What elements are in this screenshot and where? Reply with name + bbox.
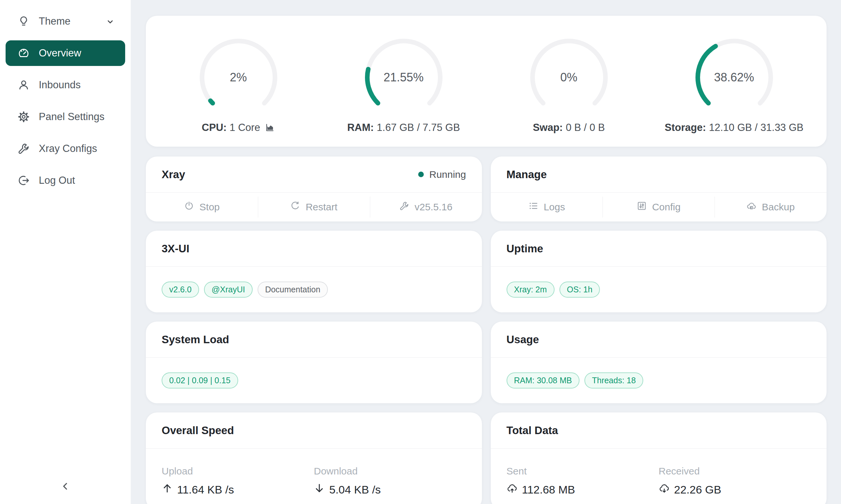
sidebar-item-theme[interactable]: Theme bbox=[5, 8, 125, 34]
download-stat: Download 5.04 KB /s bbox=[314, 466, 466, 497]
card-title: 3X-UI bbox=[161, 242, 189, 255]
ram-gauge: 21.55% RAM: 1.67 GB / 7.75 GB bbox=[321, 34, 486, 133]
cloud-upload-icon bbox=[507, 483, 518, 497]
xray-restart-button[interactable]: Restart bbox=[258, 193, 370, 221]
power-icon bbox=[184, 201, 194, 213]
user-icon bbox=[17, 79, 30, 91]
gear-icon bbox=[17, 111, 30, 123]
card-body: v2.6.0 @XrayUI Documentation bbox=[146, 267, 482, 312]
arrow-down-icon bbox=[314, 483, 325, 497]
stat-label: Download bbox=[314, 466, 466, 477]
area-chart-icon[interactable] bbox=[265, 122, 275, 132]
sent-stat: Sent 112.68 MB bbox=[507, 466, 659, 497]
sidebar-collapse-button[interactable] bbox=[0, 474, 131, 499]
card-actions: Logs Config Backup bbox=[491, 193, 827, 221]
xray-version-button[interactable]: v25.5.16 bbox=[370, 193, 482, 221]
sidebar-item-label: Overview bbox=[39, 47, 81, 59]
card-header: Total Data bbox=[491, 412, 827, 449]
gauge-label: RAM: 1.67 GB / 7.75 GB bbox=[347, 122, 460, 133]
cards-grid: Xray Running Stop Restart bbox=[146, 157, 826, 504]
manage-card: Manage Logs Config Backup bbox=[491, 157, 827, 221]
gauge-label: CPU: 1 Core bbox=[202, 122, 275, 133]
version-tag[interactable]: v2.6.0 bbox=[161, 282, 199, 298]
reload-icon bbox=[290, 201, 300, 213]
arrow-up-icon bbox=[161, 483, 173, 497]
list-icon bbox=[528, 201, 538, 213]
received-stat: Received 22.26 GB bbox=[659, 466, 811, 497]
xray-stop-button[interactable]: Stop bbox=[146, 193, 258, 221]
load-average-tag: 0.02 | 0.09 | 0.15 bbox=[161, 373, 238, 389]
cloud-server-icon bbox=[746, 201, 757, 213]
gauge-label: Swap: 0 B / 0 B bbox=[533, 122, 605, 133]
system-load-card: System Load 0.02 | 0.09 | 0.15 bbox=[146, 322, 482, 403]
ram-usage-tag: RAM: 30.08 MB bbox=[507, 373, 580, 389]
sidebar-item-panel-settings[interactable]: Panel Settings bbox=[5, 104, 125, 130]
overall-speed-card: Overall Speed Upload 11.64 KB /s Downloa… bbox=[146, 412, 482, 504]
sidebar-item-inbounds[interactable]: Inbounds bbox=[5, 72, 125, 98]
sidebar-menu: Theme Overview Inbounds bbox=[0, 8, 131, 474]
stat-label: Received bbox=[659, 466, 811, 477]
telegram-tag[interactable]: @XrayUI bbox=[204, 282, 253, 298]
gauge-percent: 38.62% bbox=[691, 34, 777, 121]
stat-value: 112.68 MB bbox=[507, 483, 659, 497]
threads-tag: Threads: 18 bbox=[584, 373, 643, 389]
chevron-down-icon bbox=[106, 17, 115, 26]
storage-gauge: 38.62% Storage: 12.10 GB / 31.33 GB bbox=[651, 34, 817, 133]
sidebar: Theme Overview Inbounds bbox=[0, 0, 131, 504]
status-text: Running bbox=[429, 169, 466, 180]
dashboard-icon bbox=[17, 47, 30, 59]
sidebar-item-label: Inbounds bbox=[39, 79, 81, 91]
gauge: 2% bbox=[195, 34, 281, 121]
card-actions: Stop Restart v25.5.16 bbox=[146, 193, 482, 221]
card-header: Xray Running bbox=[146, 157, 482, 193]
uptime-card: Uptime Xray: 2m OS: 1h bbox=[491, 231, 827, 312]
xray-card: Xray Running Stop Restart bbox=[146, 157, 482, 221]
manage-config-button[interactable]: Config bbox=[602, 193, 715, 221]
stat-value: 22.26 GB bbox=[659, 483, 811, 497]
card-header: Usage bbox=[491, 322, 827, 358]
card-title: Total Data bbox=[507, 424, 558, 437]
stat-value: 11.64 KB /s bbox=[161, 483, 314, 497]
manage-logs-button[interactable]: Logs bbox=[491, 193, 603, 221]
gauge-percent: 0% bbox=[526, 34, 612, 121]
bulb-icon bbox=[17, 15, 30, 28]
card-header: Uptime bbox=[491, 231, 827, 267]
cloud-download-icon bbox=[659, 483, 670, 497]
main-content: 2% CPU: 1 Core 21.55% bbox=[131, 0, 841, 504]
card-header: Overall Speed bbox=[146, 412, 482, 449]
card-body: RAM: 30.08 MB Threads: 18 bbox=[491, 358, 827, 403]
upload-stat: Upload 11.64 KB /s bbox=[161, 466, 314, 497]
control-icon bbox=[637, 201, 647, 213]
xray-uptime-tag: Xray: 2m bbox=[507, 282, 554, 298]
sidebar-item-label: Log Out bbox=[39, 175, 75, 186]
status-dot-icon bbox=[418, 172, 424, 177]
documentation-tag[interactable]: Documentation bbox=[258, 282, 328, 298]
card-body: Upload 11.64 KB /s Download 5.04 KB /s bbox=[146, 449, 482, 504]
sidebar-item-xray-configs[interactable]: Xray Configs bbox=[5, 136, 125, 161]
system-stats-card: 2% CPU: 1 Core 21.55% bbox=[146, 16, 826, 147]
gauge-label: Storage: 12.10 GB / 31.33 GB bbox=[665, 122, 804, 133]
card-header: Manage bbox=[491, 157, 827, 193]
logout-icon bbox=[17, 174, 30, 187]
card-title: Uptime bbox=[507, 242, 543, 255]
chevron-left-icon bbox=[60, 481, 71, 493]
cpu-gauge: 2% CPU: 1 Core bbox=[156, 34, 321, 133]
card-header: System Load bbox=[146, 322, 482, 358]
gauge: 21.55% bbox=[361, 34, 447, 121]
swap-gauge: 0% Swap: 0 B / 0 B bbox=[486, 34, 651, 133]
sidebar-item-log-out[interactable]: Log Out bbox=[5, 168, 125, 193]
manage-backup-button[interactable]: Backup bbox=[715, 193, 826, 221]
card-title: System Load bbox=[161, 334, 229, 346]
card-title: Xray bbox=[161, 168, 185, 181]
card-body: 0.02 | 0.09 | 0.15 bbox=[146, 358, 482, 403]
gauge: 0% bbox=[526, 34, 612, 121]
wrench-icon bbox=[399, 201, 409, 213]
sidebar-item-overview[interactable]: Overview bbox=[5, 40, 125, 66]
card-title: Usage bbox=[507, 334, 539, 346]
os-uptime-tag: OS: 1h bbox=[560, 282, 600, 298]
card-header: 3X-UI bbox=[146, 231, 482, 267]
card-title: Manage bbox=[507, 168, 547, 181]
sidebar-item-label: Xray Configs bbox=[39, 143, 97, 155]
gauge-percent: 2% bbox=[195, 34, 281, 121]
app-root: Theme Overview Inbounds bbox=[0, 0, 841, 504]
